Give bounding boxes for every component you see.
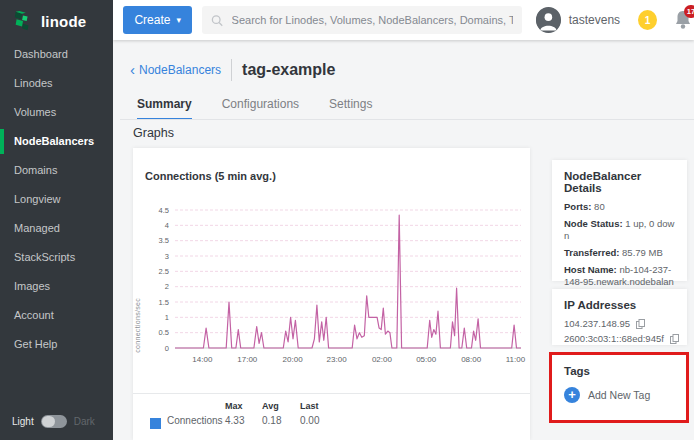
theme-light-label: Light	[12, 416, 34, 427]
sidebar-item-get-help[interactable]: Get Help	[0, 334, 113, 355]
detail-row-transferred: Transferred: 85.79 MB	[564, 247, 675, 259]
sidebar-item-label: Volumes	[14, 106, 56, 118]
ip-row-ipv4: 104.237.148.95	[564, 318, 675, 329]
sidebar: linode Dashboard Linodes Volumes NodeBal…	[0, 0, 113, 440]
theme-dark-label: Dark	[74, 416, 95, 427]
create-button-label: Create	[134, 13, 170, 27]
username[interactable]: tastevens	[569, 13, 620, 27]
sidebar-item-nodebalancers[interactable]: NodeBalancers	[0, 131, 113, 152]
ipv6-address: 2600:3c03:1::68ed:945f	[564, 333, 664, 344]
top-header: Create ▾ tastevens 1 17	[113, 0, 694, 40]
detail-label: Node Status:	[564, 218, 623, 229]
nodebalancer-details-panel: NodeBalancer Details Ports: 80 Node Stat…	[552, 160, 687, 281]
breadcrumb-divider	[231, 59, 232, 81]
x-tick-label: 20:00	[283, 355, 304, 364]
theme-toggle-switch[interactable]	[41, 415, 67, 428]
sidebar-item-label: StackScripts	[14, 251, 75, 263]
theme-toggle-knob	[42, 416, 55, 427]
notifications-button[interactable]: 17	[673, 8, 694, 32]
detail-value: 85.79 MB	[622, 247, 663, 258]
sidebar-item-domains[interactable]: Domains	[0, 160, 113, 181]
detail-label: Transferred:	[564, 247, 619, 258]
tab-settings[interactable]: Settings	[329, 97, 372, 120]
detail-row-node-status: Node Status: 1 up, 0 down	[564, 218, 675, 242]
theme-toggle: Light Dark	[12, 415, 95, 428]
sidebar-item-stackscripts[interactable]: StackScripts	[0, 247, 113, 268]
x-tick-label: 23:00	[327, 355, 348, 364]
x-tick-label: 08:00	[461, 355, 482, 364]
avatar[interactable]	[536, 7, 561, 33]
sidebar-item-longview[interactable]: Longview	[0, 189, 113, 210]
y-tick-label: 0	[165, 344, 169, 353]
sidebar-item-label: Longview	[14, 193, 60, 205]
sidebar-item-linodes[interactable]: Linodes	[0, 73, 113, 94]
sidebar-item-label: NodeBalancers	[14, 135, 94, 147]
tab-configurations[interactable]: Configurations	[222, 97, 299, 120]
logo-text: linode	[41, 13, 86, 30]
sidebar-item-label: Domains	[14, 164, 57, 176]
legend-series-name: Connections	[167, 415, 223, 426]
add-new-tag-button[interactable]: + Add New Tag	[564, 387, 674, 403]
sidebar-item-label: Dashboard	[14, 48, 68, 60]
tab-summary[interactable]: Summary	[137, 97, 192, 120]
graph-title: Connections (5 min avg.)	[145, 170, 276, 182]
sidebar-item-dashboard[interactable]: Dashboard	[0, 44, 113, 65]
y-tick-label: 4	[165, 221, 169, 230]
x-tick-label: 05:00	[416, 355, 437, 364]
tab-bar: Summary Configurations Settings	[137, 97, 372, 120]
tags-panel: Tags + Add New Tag	[552, 355, 686, 420]
linode-logo[interactable]: linode	[0, 0, 113, 44]
detail-label: Ports:	[564, 201, 591, 212]
tags-panel-title: Tags	[564, 365, 674, 377]
add-new-tag-label: Add New Tag	[588, 389, 650, 401]
create-button[interactable]: Create ▾	[123, 6, 192, 34]
y-tick-label: 4.5	[159, 206, 169, 215]
tab-bar-divider	[120, 119, 694, 120]
copy-icon[interactable]	[670, 334, 679, 344]
x-tick-label: 11:00	[506, 355, 526, 364]
x-tick-label: 02:00	[372, 355, 393, 364]
legend-col-avg: Avg	[262, 401, 279, 411]
linode-logo-icon	[12, 10, 34, 32]
sidebar-item-volumes[interactable]: Volumes	[0, 102, 113, 123]
y-tick-label: 1.5	[159, 298, 169, 307]
y-tick-label: 2.5	[159, 267, 169, 276]
legend-swatch[interactable]	[150, 418, 161, 429]
connections-line	[175, 215, 521, 348]
search-input[interactable]	[232, 14, 513, 26]
legend-col-last: Last	[300, 401, 319, 411]
copy-icon[interactable]	[636, 319, 645, 329]
linode-cloud-manager: linode Dashboard Linodes Volumes NodeBal…	[0, 0, 694, 440]
breadcrumb-back-link[interactable]: ‹ NodeBalancers	[130, 63, 221, 77]
details-panel-title: NodeBalancer Details	[564, 170, 675, 194]
sidebar-item-account[interactable]: Account	[0, 305, 113, 326]
x-tick-label: 17:00	[237, 355, 258, 364]
sidebar-item-images[interactable]: Images	[0, 276, 113, 297]
ip-panel-title: IP Addresses	[564, 299, 675, 311]
notifications-count-badge: 17	[684, 5, 694, 18]
breadcrumb-back-label: NodeBalancers	[139, 63, 221, 77]
user-icon	[536, 7, 561, 33]
page-title: tag-example	[242, 61, 335, 79]
y-tick-label: 1	[165, 313, 169, 322]
connections-graph-card: Connections (5 min avg.) connections/sec…	[133, 148, 530, 440]
legend-max-value: 4.33	[225, 415, 244, 426]
y-tick-label: 3	[165, 252, 169, 261]
x-tick-label: 14:00	[192, 355, 213, 364]
ip-addresses-panel: IP Addresses 104.237.148.95 2600:3c03:1:…	[552, 289, 687, 345]
detail-value: 80	[594, 201, 605, 212]
search-icon	[211, 14, 223, 27]
connections-chart: 00.511.522.533.544.514:0017:0020:0023:00…	[141, 196, 526, 376]
sidebar-item-managed[interactable]: Managed	[0, 218, 113, 239]
chevron-down-icon: ▾	[176, 16, 181, 25]
graph-legend: Max Avg Last Connections 4.33 0.18 0.00	[133, 393, 530, 440]
y-tick-label: 0.5	[159, 328, 169, 337]
ip-row-ipv6: 2600:3c03:1::68ed:945f	[564, 333, 675, 344]
detail-label: Host Name:	[564, 264, 617, 275]
sidebar-item-label: Account	[14, 309, 54, 321]
legend-avg-value: 0.18	[262, 415, 281, 426]
ipv4-address: 104.237.148.95	[564, 318, 630, 329]
y-tick-label: 3.5	[159, 236, 169, 245]
plus-icon: +	[564, 387, 580, 403]
community-badge[interactable]: 1	[638, 10, 657, 30]
